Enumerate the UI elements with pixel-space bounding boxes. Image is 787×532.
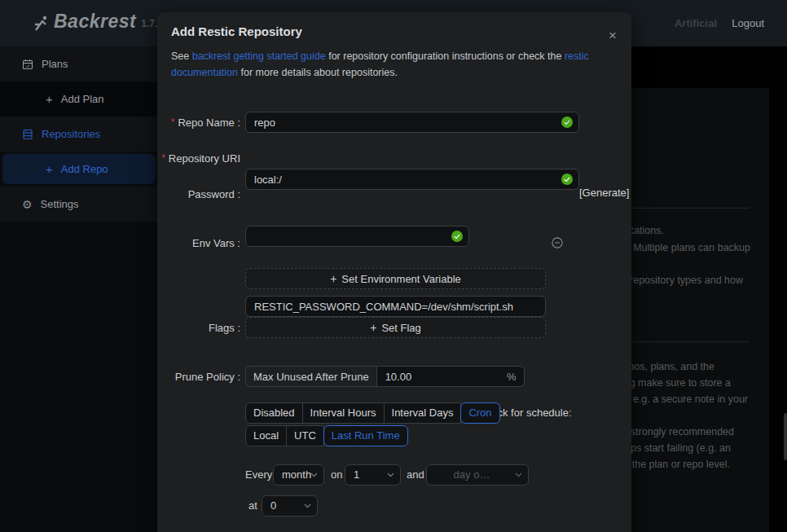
check-circle-icon (561, 117, 573, 128)
clock-utc[interactable]: UTC (286, 425, 324, 446)
field-label-text: Repo Name : (178, 117, 240, 129)
on-label: on (331, 464, 342, 486)
scrollbar-thumb[interactable] (784, 413, 787, 460)
at-label: at (248, 495, 257, 517)
app-name: Backrest (54, 10, 136, 33)
sidebar-item-label: Repositories (42, 128, 100, 140)
clock-last-run-time[interactable]: Last Run Time (323, 425, 408, 446)
flags-label: Flags : (157, 317, 240, 338)
select-value: 1 (354, 468, 359, 481)
restic-documentation-link[interactable]: documentation (171, 67, 238, 78)
getting-started-guide-link[interactable]: backrest getting started guide (192, 51, 326, 62)
restic-documentation-link[interactable]: restic (565, 51, 589, 62)
prune-policy-label: Prune Policy : (157, 366, 240, 387)
repo-name-field (245, 112, 579, 133)
repo-uri-field (245, 169, 579, 190)
sidebar-item-plans[interactable]: Plans (0, 46, 158, 81)
background-text-fragment: ups start failing (e.g. an (625, 442, 731, 454)
background-text-fragment: epos, plans, and the (622, 361, 714, 372)
set-env-var-button[interactable]: + Set Environment Variable (245, 268, 546, 289)
password-field (245, 226, 469, 247)
chevron-down-icon (310, 473, 318, 477)
calendar-icon (22, 59, 33, 70)
sidebar-item-label: Plans (42, 58, 68, 70)
background-text-fragment: . Multiple plans can backup (627, 242, 750, 253)
intro-text: for more details about repositories. (238, 67, 398, 78)
background-text-fragment: strongly recommended (631, 426, 734, 437)
repo-uri-label: * Repository URI (157, 147, 240, 169)
sidebar-item-label: Add Repo (61, 163, 108, 175)
logout-link[interactable]: Logout (732, 17, 764, 29)
sidebar-item-repositories[interactable]: Repositories (0, 117, 158, 152)
cron-day-of-week-select[interactable]: day o… (426, 464, 529, 486)
schedule-mode-group: Disabled Interval Hours Interval Days Cr… (245, 402, 500, 424)
password-label: Password : (157, 183, 240, 204)
add-repo-modal: × Add Restic Repository See backrest get… (157, 12, 631, 532)
required-asterisk: * (171, 117, 175, 128)
select-value: month (282, 468, 311, 481)
select-placeholder: day o… (454, 468, 490, 481)
password-input[interactable] (246, 226, 468, 246)
repo-name-label: * Repo Name : (157, 112, 240, 133)
cron-day-of-month-select[interactable]: 1 (345, 464, 401, 486)
env-vars-label: Env Vars : (157, 232, 240, 253)
backrest-logo-icon (34, 13, 49, 33)
sidebar-item-add-repo[interactable]: + Add Repo (0, 152, 158, 187)
field-label-text: Prune Policy : (175, 371, 240, 383)
schedule-mode-disabled[interactable]: Disabled (245, 402, 303, 424)
background-text-fragment: g make sure to store a (630, 377, 731, 389)
plus-icon: + (370, 322, 376, 333)
cron-period-select[interactable]: month (273, 464, 324, 486)
plus-icon: + (46, 164, 53, 175)
repo-uri-input[interactable] (246, 169, 578, 189)
username-label: Artificial (675, 17, 717, 29)
sidebar-nav: Plans + Add Plan Repositories + Add Repo (0, 46, 158, 532)
prune-mode-select[interactable]: Max Unused After Prune (245, 366, 377, 387)
schedule-clock-group: Local UTC Last Run Time (245, 425, 408, 446)
clock-local[interactable]: Local (245, 425, 287, 446)
required-asterisk: * (161, 152, 165, 164)
prune-value-wrap: % (377, 366, 525, 387)
app-logo: Backrest 1.7.2 (34, 10, 163, 33)
minus-circle-icon[interactable] (552, 237, 563, 248)
chevron-down-icon (304, 503, 311, 508)
background-text-fragment: repository types and how (630, 275, 743, 286)
field-label-text: Flags : (209, 322, 240, 334)
sidebar-item-add-plan[interactable]: + Add Plan (0, 81, 158, 117)
and-label: and (407, 464, 424, 486)
plus-icon: + (46, 94, 53, 105)
check-circle-icon (561, 174, 573, 185)
sidebar-item-label: Settings (41, 198, 79, 210)
set-flag-button[interactable]: + Set Flag (245, 317, 546, 338)
env-vars-field (245, 296, 546, 317)
check-circle-icon (451, 231, 463, 242)
percent-suffix: % (507, 371, 517, 383)
cron-hour-select[interactable]: 0 (262, 495, 318, 517)
close-icon[interactable]: × (609, 30, 617, 42)
button-label: Set Environment Variable (341, 273, 460, 285)
button-label: Set Flag (381, 322, 420, 334)
repo-name-input[interactable] (246, 112, 578, 132)
sidebar-item-label: Add Plan (61, 93, 104, 105)
database-icon (22, 129, 33, 140)
intro-line-1: See backrest getting started guide for r… (171, 48, 621, 64)
intro-text: See (171, 51, 192, 62)
sidebar-item-settings[interactable]: ⚙ Settings (0, 187, 158, 222)
env-var-input[interactable] (246, 297, 545, 316)
field-label-text: Repository URI (169, 152, 240, 165)
gear-icon: ⚙ (22, 199, 33, 210)
app-root: Backrest 1.7.2 Artificial Logout Plans +… (0, 0, 787, 532)
background-text-fragment: at the plan or repo level. (621, 459, 730, 470)
modal-intro-text: See backrest getting started guide for r… (171, 48, 621, 81)
field-label-text: Env Vars : (192, 237, 240, 249)
modal-title: Add Restic Repository (171, 24, 302, 38)
schedule-mode-interval-days[interactable]: Interval Days (384, 402, 462, 424)
background-text-fragment: cations. (629, 225, 664, 236)
prune-policy-field: Max Unused After Prune % (245, 366, 525, 387)
generate-password-link[interactable]: [Generate] (579, 187, 629, 199)
field-label-text: Password : (188, 188, 240, 200)
schedule-mode-cron[interactable]: Cron (460, 402, 499, 424)
prune-value-input[interactable] (377, 367, 524, 386)
schedule-mode-interval-hours[interactable]: Interval Hours (302, 402, 385, 424)
background-text-fragment: n e.g. a secure note in your (625, 394, 748, 405)
